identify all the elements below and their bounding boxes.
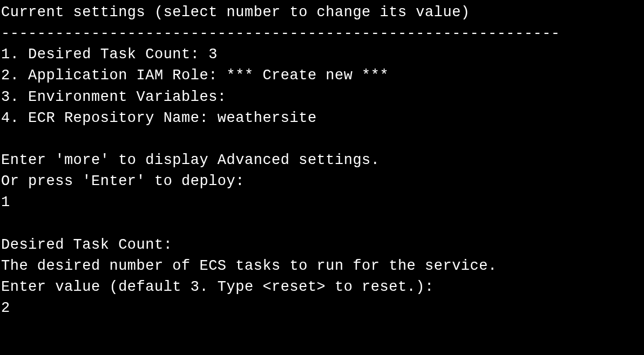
prompt-more: Enter 'more' to display Advanced setting…: [1, 150, 643, 171]
settings-header: Current settings (select number to chang…: [1, 2, 643, 23]
detail-prompt: Enter value (default 3. Type <reset> to …: [1, 277, 643, 298]
setting-item-3: 3. Environment Variables:: [1, 87, 643, 108]
setting-item-1: 1. Desired Task Count: 3: [1, 44, 643, 65]
blank-line: [1, 129, 643, 150]
setting-item-4: 4. ECR Repository Name: weathersite: [1, 108, 643, 129]
blank-line: [1, 213, 643, 234]
setting-item-2: 2. Application IAM Role: *** Create new …: [1, 65, 643, 86]
user-input-selection[interactable]: 1: [1, 192, 643, 213]
detail-label: Desired Task Count:: [1, 235, 643, 256]
prompt-enter: Or press 'Enter' to deploy:: [1, 171, 643, 192]
divider-line: ----------------------------------------…: [1, 23, 643, 44]
detail-description: The desired number of ECS tasks to run f…: [1, 256, 643, 277]
user-input-value[interactable]: 2: [1, 298, 643, 319]
